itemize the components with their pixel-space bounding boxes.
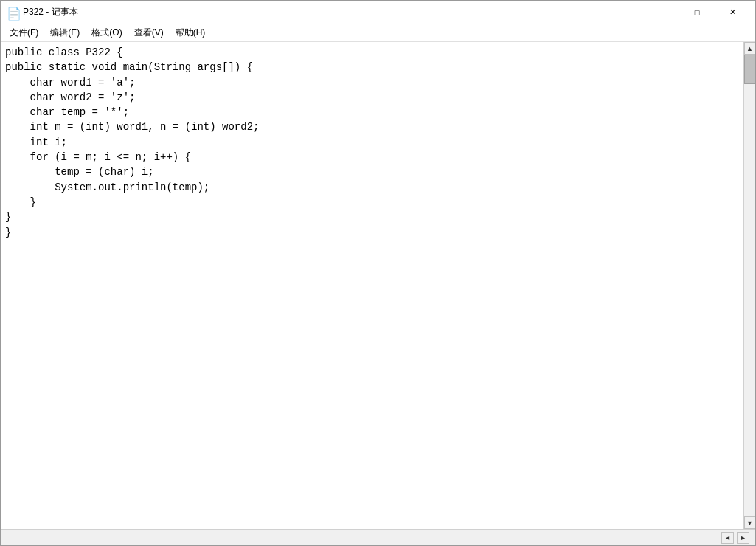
title-bar-controls: ─ □ ✕ <box>645 1 749 24</box>
horizontal-scroll-controls: ◄ ► <box>721 532 749 544</box>
menu-help[interactable]: 帮助(H) <box>170 25 212 41</box>
status-bar: ◄ ► <box>1 529 755 545</box>
scroll-left-button[interactable]: ◄ <box>721 532 734 544</box>
scrollbar-vertical: ▲ ▼ <box>743 42 755 529</box>
scroll-right-button[interactable]: ► <box>737 532 749 544</box>
menu-file[interactable]: 文件(F) <box>4 25 44 41</box>
menu-edit[interactable]: 编辑(E) <box>44 25 86 41</box>
scroll-down-button[interactable]: ▼ <box>744 516 756 529</box>
notepad-window: 📄 P322 - 记事本 ─ □ ✕ 文件(F) 编辑(E) 格式(O) 查看(… <box>0 0 756 546</box>
scroll-thumb-vertical[interactable] <box>744 55 755 84</box>
menu-view[interactable]: 查看(V) <box>128 25 170 41</box>
menu-bar: 文件(F) 编辑(E) 格式(O) 查看(V) 帮助(H) <box>1 24 755 42</box>
minimize-button[interactable]: ─ <box>645 1 679 24</box>
scroll-up-button[interactable]: ▲ <box>744 42 756 55</box>
editor-area: public class P322 { public static void m… <box>1 42 755 529</box>
window-title: P322 - 记事本 <box>23 6 78 18</box>
app-icon: 📄 <box>7 7 18 18</box>
menu-format[interactable]: 格式(O) <box>86 25 128 41</box>
title-bar: 📄 P322 - 记事本 ─ □ ✕ <box>1 1 755 24</box>
scroll-track-vertical[interactable] <box>744 55 755 516</box>
code-editor[interactable]: public class P322 { public static void m… <box>1 42 743 529</box>
maximize-button[interactable]: □ <box>680 1 714 24</box>
close-button[interactable]: ✕ <box>715 1 749 24</box>
title-bar-left: 📄 P322 - 记事本 <box>7 6 78 18</box>
